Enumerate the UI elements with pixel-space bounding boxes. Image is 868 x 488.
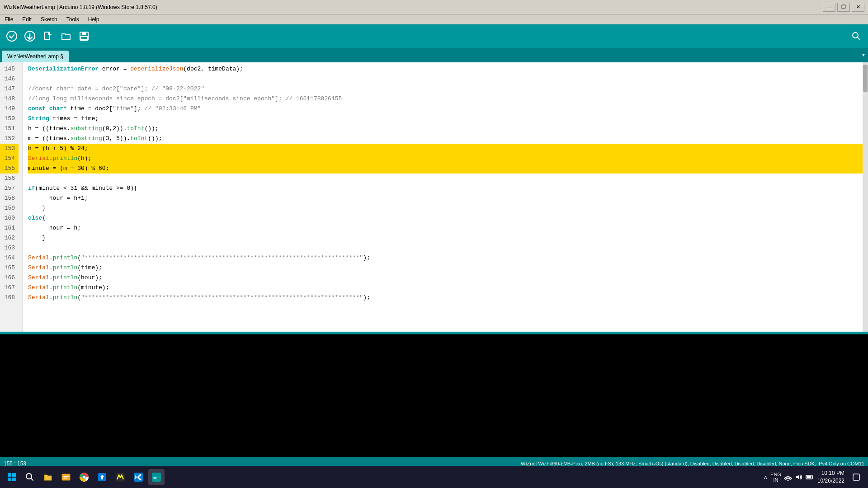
line-numbers: 145 146 147 148 149 150 151 152 153 154 … bbox=[0, 62, 23, 332]
title-text: WizNetWeatherLamp | Arduino 1.8.19 (Wind… bbox=[4, 4, 157, 10]
start-button[interactable] bbox=[4, 469, 20, 485]
scrollbar-thumb[interactable] bbox=[863, 65, 868, 92]
file-explorer-icon bbox=[43, 473, 52, 482]
code-line-158: hour = h+1; bbox=[28, 193, 863, 203]
battery-icon[interactable] bbox=[806, 473, 814, 481]
svg-rect-27 bbox=[853, 474, 859, 480]
new-icon bbox=[42, 31, 53, 42]
tab-bar: WizNetWeatherLamp § ▼ bbox=[0, 48, 868, 62]
system-tray: ∧ ENG IN bbox=[764, 472, 814, 483]
new-button[interactable] bbox=[40, 28, 56, 44]
tray-expand[interactable]: ∧ bbox=[764, 474, 768, 480]
close-button[interactable]: ✕ bbox=[852, 3, 864, 12]
menu-edit[interactable]: Edit bbox=[19, 15, 34, 23]
menu-help[interactable]: Help bbox=[85, 15, 102, 23]
network-icon[interactable] bbox=[784, 473, 792, 481]
file-manager-icon bbox=[61, 472, 71, 482]
code-line-159: } bbox=[28, 203, 863, 213]
upload-icon bbox=[24, 31, 35, 42]
svg-point-0 bbox=[7, 31, 17, 41]
wiznet-icon bbox=[115, 472, 125, 482]
windows-icon bbox=[7, 473, 16, 482]
upload-button[interactable] bbox=[22, 28, 38, 44]
svg-rect-25 bbox=[812, 477, 813, 478]
code-line-150: String times = time; bbox=[28, 114, 863, 124]
active-tab[interactable]: WizNetWeatherLamp § bbox=[2, 51, 69, 62]
svg-rect-7 bbox=[8, 473, 11, 477]
menu-sketch[interactable]: Sketch bbox=[38, 15, 60, 23]
store-icon bbox=[97, 472, 107, 482]
code-content[interactable]: DeserializationError error = deserialize… bbox=[23, 62, 863, 332]
clock-date: 10/26/2022 bbox=[817, 477, 844, 485]
tab-label: WizNetWeatherLamp § bbox=[7, 53, 63, 60]
clock-time: 10:10 PM bbox=[817, 469, 844, 477]
code-line-148: //long long milliseconds_since_epoch = d… bbox=[28, 94, 863, 104]
code-line-154: Serial . println (h); bbox=[28, 154, 863, 164]
svg-rect-9 bbox=[8, 478, 11, 481]
code-line-145: DeserializationError error = deserialize… bbox=[28, 64, 863, 74]
arduino-icon: ∞ bbox=[151, 472, 161, 482]
language-indicator[interactable]: ENG IN bbox=[770, 472, 781, 483]
chrome-button[interactable] bbox=[76, 469, 92, 485]
svg-point-6 bbox=[853, 33, 858, 38]
open-button[interactable] bbox=[58, 28, 74, 44]
code-line-164: Serial . println ( "********************… bbox=[28, 253, 863, 263]
code-line-149: const char* time = doc2[ "time" ]; // "0… bbox=[28, 104, 863, 114]
system-clock[interactable]: 10:10 PM 10/26/2022 bbox=[817, 469, 844, 485]
svg-rect-26 bbox=[807, 476, 811, 479]
code-line-157: if (minute < 31 && minute >= 0){ bbox=[28, 183, 863, 193]
svg-rect-14 bbox=[63, 478, 67, 479]
open-icon bbox=[61, 31, 71, 42]
cursor-position: 155 : 153 bbox=[4, 460, 26, 467]
code-line-166: Serial . println (hour); bbox=[28, 273, 863, 283]
file-explorer-button[interactable] bbox=[40, 469, 56, 485]
svg-rect-5 bbox=[81, 37, 87, 40]
menu-tools[interactable]: Tools bbox=[64, 15, 82, 23]
store-button[interactable] bbox=[94, 469, 110, 485]
code-line-146 bbox=[28, 74, 863, 84]
arduino-button[interactable]: ∞ bbox=[148, 469, 165, 485]
wiznet-button[interactable] bbox=[112, 469, 128, 485]
svg-point-11 bbox=[26, 474, 32, 479]
svg-point-23 bbox=[787, 480, 788, 481]
code-line-153: h = (h + 5) % 24; bbox=[28, 144, 863, 154]
svg-rect-8 bbox=[12, 473, 16, 477]
save-icon bbox=[79, 31, 90, 42]
notification-icon bbox=[853, 474, 860, 481]
code-line-165: Serial . println (time); bbox=[28, 263, 863, 273]
svg-point-17 bbox=[83, 476, 85, 479]
code-line-168: Serial . println ( "********************… bbox=[28, 293, 863, 303]
code-editor[interactable]: 145 146 147 148 149 150 151 152 153 154 … bbox=[0, 62, 868, 332]
vscode-icon bbox=[133, 472, 143, 482]
taskbar-search-button[interactable] bbox=[22, 469, 38, 485]
code-line-163 bbox=[28, 243, 863, 253]
svg-rect-12 bbox=[62, 474, 70, 480]
toolbar bbox=[0, 24, 868, 48]
code-line-161: hour = h; bbox=[28, 223, 863, 233]
save-button[interactable] bbox=[76, 28, 92, 44]
notification-button[interactable] bbox=[848, 469, 864, 485]
search-button[interactable] bbox=[848, 28, 864, 44]
verify-icon bbox=[6, 31, 17, 42]
tab-dropdown-button[interactable]: ▼ bbox=[859, 48, 868, 62]
vscode-button[interactable] bbox=[130, 469, 146, 485]
vertical-scrollbar[interactable] bbox=[863, 62, 868, 332]
verify-button[interactable] bbox=[4, 28, 20, 44]
sound-icon[interactable] bbox=[795, 473, 803, 481]
taskbar-right: ∧ ENG IN bbox=[764, 469, 864, 485]
file-manager-button[interactable] bbox=[58, 469, 74, 485]
code-line-151: h = ((times. substring (0,2)). toInt ())… bbox=[28, 124, 863, 134]
svg-rect-10 bbox=[12, 478, 16, 481]
code-line-147: //const char* date = doc2["date"]; // "0… bbox=[28, 84, 863, 94]
title-bar: WizNetWeatherLamp | Arduino 1.8.19 (Wind… bbox=[0, 0, 868, 14]
code-line-155: minute = (m + 30) % 60; bbox=[28, 164, 863, 174]
menu-file[interactable]: File bbox=[2, 15, 16, 23]
maximize-button[interactable]: ❐ bbox=[837, 3, 850, 12]
window-controls: — ❐ ✕ bbox=[823, 3, 864, 12]
menu-bar: File Edit Sketch Tools Help bbox=[0, 14, 868, 24]
minimize-button[interactable]: — bbox=[823, 3, 835, 12]
code-line-152: m = ((times. substring (3, 5)). toInt ()… bbox=[28, 134, 863, 144]
dropdown-icon: ▼ bbox=[862, 53, 865, 58]
code-area: 145 146 147 148 149 150 151 152 153 154 … bbox=[0, 62, 868, 332]
svg-text:∞: ∞ bbox=[153, 475, 157, 480]
